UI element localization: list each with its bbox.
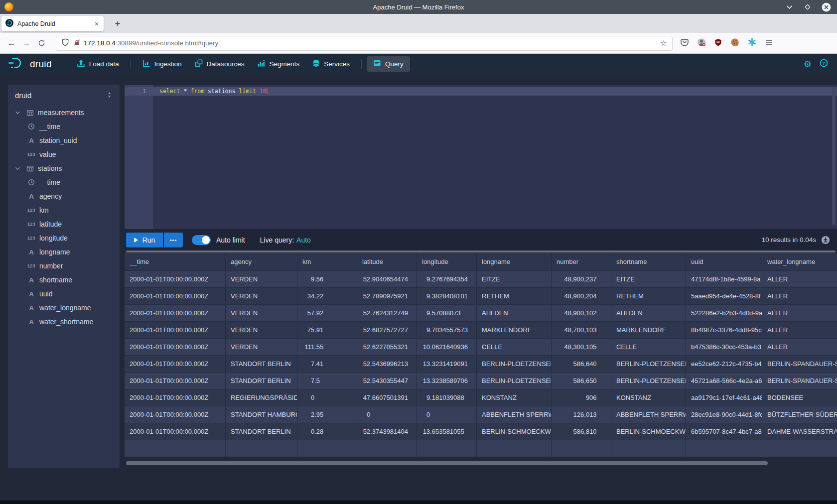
cell-agency[interactable]: VERDEN	[226, 271, 297, 287]
cell-uuid[interactable]: 522286e2-b2b3-4d0d-9a	[686, 305, 762, 321]
cell-water_longname[interactable]: ALLER	[762, 288, 837, 304]
sidebar-column-water_longname[interactable]: Awater_longname	[8, 301, 120, 315]
bookmark-star-icon[interactable]: ☆	[660, 38, 667, 48]
url-field[interactable]: 172.18.0.4:30899/unified-console.html#qu…	[56, 36, 673, 51]
cell-km[interactable]: 7.41	[297, 356, 357, 372]
cell-agency[interactable]: STANDORT BERLIN	[226, 423, 297, 440]
cell-uuid[interactable]: 8b4f9f7c-3376-4dd8-95c	[686, 322, 762, 338]
cell-__time[interactable]: 2000-01-01T00:00:00.000Z	[125, 271, 226, 287]
cell-longname[interactable]: RETHEM	[477, 288, 552, 304]
live-query-value[interactable]: Auto	[296, 236, 311, 244]
cell-__time[interactable]: 2000-01-01T00:00:00.000Z	[125, 322, 226, 338]
cell-water_longname[interactable]: BERLIN-SPANDAUER-S	[762, 373, 837, 389]
cell-agency[interactable]: VERDEN	[226, 339, 297, 355]
cell-shortname[interactable]: AHLDEN	[611, 305, 686, 321]
nav-item-ingestion[interactable]: Ingestion	[136, 56, 188, 72]
column-header-number[interactable]: number	[552, 253, 611, 270]
cell-__time[interactable]: 2000-01-01T00:00:00.000Z	[125, 406, 226, 423]
cell-shortname[interactable]: BERLIN-PLOETZENSEE U	[611, 373, 686, 389]
cell-number[interactable]: 586,640	[552, 356, 611, 372]
cell-uuid[interactable]: b475386c-30cc-453a-b3	[686, 339, 762, 355]
cell-latitude[interactable]: 52.6827572727	[357, 322, 417, 338]
sidebar-column-shortname[interactable]: Ashortname	[8, 273, 120, 287]
sidebar-column-latitude[interactable]: 123latitude	[8, 217, 120, 231]
cell-longitude[interactable]: 13.3231419091	[417, 356, 477, 372]
help-icon[interactable]: ?	[820, 59, 828, 69]
browser-tab[interactable]: Apache Druid ×	[1, 16, 104, 31]
cell-longname[interactable]	[477, 440, 552, 457]
cell-uuid[interactable]: 47174d8f-1b8e-4599-8a	[686, 271, 762, 287]
cell-water_longname[interactable]: BODENSEE	[762, 389, 837, 406]
cell-longitude[interactable]: 9.7034557573	[417, 322, 477, 338]
cell-number[interactable]: 48,900,237	[552, 271, 611, 287]
column-header-agency[interactable]: agency	[226, 253, 297, 270]
pocket-icon[interactable]	[681, 38, 689, 48]
cell-number[interactable]: 586,810	[552, 423, 611, 440]
cell-water_longname[interactable]: ALLER	[762, 339, 837, 355]
chevron-down-icon[interactable]	[13, 166, 22, 171]
cell-longitude[interactable]: 10.0621640936	[417, 339, 477, 355]
editor-scrollbar[interactable]	[832, 87, 836, 225]
sidebar-column-agency[interactable]: Aagency	[8, 189, 120, 203]
auto-limit-toggle[interactable]	[192, 235, 211, 245]
menu-hamburger-icon[interactable]	[765, 38, 773, 48]
cell-longname[interactable]: BERLIN-PLOETZENSEE U	[477, 373, 552, 389]
column-header-shortname[interactable]: shortname	[611, 253, 686, 270]
cell-longname[interactable]: ABBENFLETH SPERRWER	[477, 406, 552, 423]
cell-longitude[interactable]: 0	[417, 406, 477, 423]
cell-latitude[interactable]: 52.7624312749	[357, 305, 417, 321]
cell-agency[interactable]: STANDORT BERLIN	[226, 373, 297, 389]
cell-km[interactable]: 111.55	[297, 339, 357, 355]
column-header-km[interactable]: km	[297, 253, 357, 270]
cell-shortname[interactable]: RETHEM	[611, 288, 686, 304]
nav-item-segments[interactable]: Segments	[251, 56, 306, 72]
cell-water_longname[interactable]: BÜTZFLETHER SÜDERE	[762, 406, 837, 423]
cell-__time[interactable]: 2000-01-01T00:00:00.000Z	[125, 288, 226, 304]
cell-number[interactable]: 906	[552, 389, 611, 406]
chevron-down-icon[interactable]	[13, 110, 22, 116]
download-icon[interactable]	[821, 236, 830, 245]
cell-number[interactable]: 48,900,204	[552, 288, 611, 304]
cell-latitude[interactable]: 52.5430355447	[357, 373, 417, 389]
cell-latitude[interactable]: 52.7890975921	[357, 288, 417, 304]
sidebar-column-__time[interactable]: __time	[8, 120, 120, 133]
account-extension-icon[interactable]	[697, 38, 706, 49]
cell-agency[interactable]: VERDEN	[226, 288, 297, 304]
cell-longitude[interactable]	[417, 440, 477, 457]
cell-number[interactable]: 586,650	[552, 373, 611, 389]
lock-slash-icon[interactable]	[73, 39, 81, 48]
column-header-uuid[interactable]: uuid	[686, 253, 762, 270]
cell-longname[interactable]: BERLIN-SCHMOECKWITZ	[477, 423, 552, 440]
cell-shortname[interactable]: CELLE	[611, 339, 686, 355]
cell-__time[interactable]: 2000-01-01T00:00:00.000Z	[125, 423, 226, 440]
asterisk-extension-icon[interactable]	[748, 38, 756, 48]
cell-shortname[interactable]: KONSTANZ	[611, 389, 686, 406]
window-minimize-button[interactable]	[784, 2, 794, 12]
gear-icon[interactable]: ⚙	[804, 60, 812, 69]
sidebar-column-uuid[interactable]: Auuid	[8, 287, 120, 301]
cell-longname[interactable]: CELLE	[477, 339, 552, 355]
run-button[interactable]: Run	[126, 233, 163, 248]
cell-__time[interactable]: 2000-01-01T00:00:00.000Z	[125, 389, 226, 406]
cell-longitude[interactable]: 9.57088073	[417, 305, 477, 321]
cell-shortname[interactable]: BERLIN-SCHMOECKWITZ	[611, 423, 686, 440]
cell-agency[interactable]	[226, 440, 297, 457]
cell-number[interactable]: 126,013	[552, 406, 611, 423]
cell-km[interactable]: 0.28	[297, 423, 357, 440]
sidebar-column-station_uuid[interactable]: Astation_uuid	[8, 133, 120, 147]
cell-longname[interactable]: MARKLENDORF	[477, 322, 552, 338]
sidebar-column-longname[interactable]: Alongname	[8, 245, 120, 259]
cell-latitude[interactable]: 47.6607501391	[357, 389, 417, 406]
splitter-handle[interactable]	[126, 251, 836, 252]
cell-km[interactable]: 75.91	[297, 322, 357, 338]
cell-km[interactable]	[297, 440, 357, 457]
cell-km[interactable]: 9.56	[297, 271, 357, 287]
cell-latitude[interactable]: 52.6227055321	[357, 339, 417, 355]
cell-number[interactable]: 48,700,103	[552, 322, 611, 338]
cell-number[interactable]	[552, 440, 611, 457]
cell-__time[interactable]	[125, 440, 226, 457]
cell-longitude[interactable]: 9.2767694354	[417, 271, 477, 287]
cell-uuid[interactable]	[686, 440, 762, 457]
query-editor[interactable]: 1 select * from stations limit 10	[125, 85, 837, 229]
cell-water_longname[interactable]: ALLER	[762, 271, 837, 287]
